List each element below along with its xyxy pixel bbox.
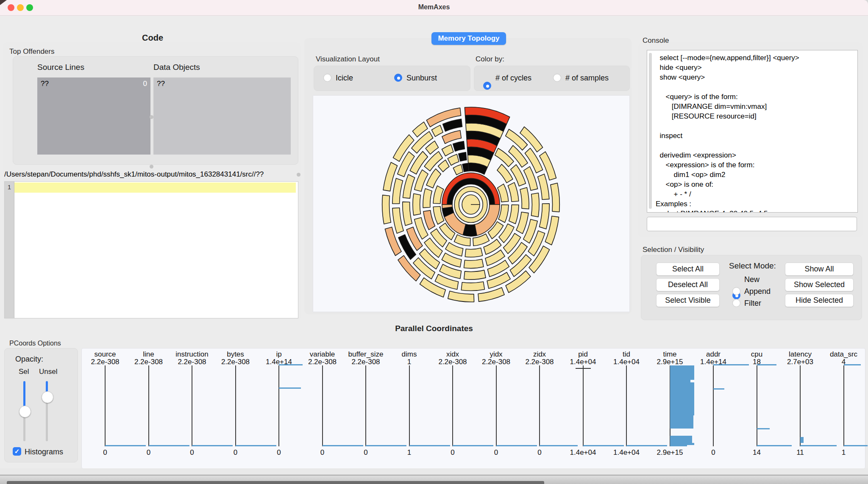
splitter-handle[interactable] [150, 165, 153, 169]
axis-line[interactable] [496, 365, 497, 446]
sunburst-segment[interactable] [459, 152, 467, 161]
code-editor[interactable]: 1 [4, 181, 298, 318]
sunburst-segment[interactable] [423, 188, 432, 207]
sunburst-segment[interactable] [382, 195, 391, 224]
axis-line[interactable] [322, 365, 323, 446]
unsel-slider-handle[interactable] [42, 391, 53, 403]
histograms-label[interactable]: Histograms [25, 448, 63, 456]
mode-append-radio[interactable] [732, 287, 740, 295]
mode-new-label[interactable]: New [744, 275, 760, 284]
console-scrollbar[interactable] [649, 53, 652, 209]
parallel-coordinates-title: Parallel Coordinates [0, 324, 868, 333]
editor-gutter [5, 182, 14, 318]
data-objects-list[interactable]: ?? [153, 77, 291, 155]
sunburst-segment[interactable] [520, 188, 529, 209]
source-lines-list[interactable]: ?? 0 [37, 77, 150, 155]
sunburst-chart[interactable] [313, 96, 629, 312]
sunburst-segment[interactable] [498, 205, 509, 223]
list-item[interactable]: ?? [153, 77, 291, 90]
splitter-handle[interactable] [150, 115, 153, 119]
cycles-radio-label[interactable]: # of cycles [495, 74, 531, 83]
highlighted-line[interactable] [14, 183, 296, 193]
select-visible-button[interactable]: Select Visible [656, 294, 720, 307]
sunburst-segment[interactable] [465, 248, 482, 257]
icicle-radio[interactable] [323, 74, 331, 82]
histograms-checkbox[interactable]: ✓ [13, 447, 21, 456]
sunburst-segment[interactable] [453, 141, 465, 151]
sunburst-segment[interactable] [464, 270, 486, 279]
sunburst-segment[interactable] [461, 282, 484, 290]
axis-line[interactable] [583, 365, 584, 446]
cycles-radio[interactable] [483, 82, 491, 90]
mode-filter-label[interactable]: Filter [744, 299, 761, 308]
sunburst-segment[interactable] [403, 174, 415, 198]
memory-topology-tab[interactable]: Memory Topology [431, 32, 506, 45]
sunburst-segment[interactable] [431, 125, 443, 137]
sunburst-segment[interactable] [463, 224, 477, 236]
axis-line[interactable] [626, 365, 627, 446]
axis-line[interactable] [148, 365, 149, 446]
axis-line[interactable] [800, 365, 801, 446]
sunburst-segment[interactable] [442, 144, 453, 156]
sunburst-segment[interactable] [506, 271, 531, 293]
sunburst-segment[interactable] [508, 183, 518, 202]
samples-radio[interactable] [553, 74, 561, 82]
sunburst-segment[interactable] [448, 154, 459, 165]
show-all-button[interactable]: Show All [785, 263, 854, 276]
sunburst-segment[interactable] [423, 210, 435, 230]
axis-line[interactable] [409, 365, 410, 446]
icicle-radio-label[interactable]: Icicle [336, 74, 353, 83]
sunburst-segment[interactable] [443, 119, 462, 131]
list-item[interactable]: ?? 0 [37, 77, 150, 90]
source-line-name: ?? [41, 80, 49, 88]
axis-line[interactable] [105, 365, 106, 446]
sunburst-segment[interactable] [413, 194, 421, 215]
sunburst-segment[interactable] [509, 205, 519, 224]
sunburst-segment[interactable] [462, 163, 469, 171]
hide-selected-button[interactable]: Hide Selected [785, 294, 854, 307]
samples-radio-label[interactable]: # of samples [565, 74, 609, 83]
console-output[interactable]: select [--mode={new,append,filter}] <que… [647, 50, 858, 213]
select-all-button[interactable]: Select All [656, 263, 720, 276]
sunburst-segment[interactable] [448, 291, 474, 302]
sunburst-segment[interactable] [403, 202, 412, 226]
axis-line[interactable] [235, 365, 236, 446]
histogram-bar [800, 437, 804, 443]
axis-line[interactable] [757, 365, 757, 446]
axis-line[interactable] [278, 365, 279, 446]
axis-line[interactable] [713, 365, 714, 446]
sunburst-segment[interactable] [540, 204, 550, 229]
sunburst-segment[interactable] [538, 174, 549, 199]
sunburst-radio[interactable] [394, 74, 402, 82]
sunburst-canvas[interactable] [313, 95, 630, 312]
sunburst-segment[interactable] [497, 164, 513, 183]
sunburst-segment[interactable] [392, 178, 403, 204]
axis-line[interactable] [452, 365, 453, 446]
splitter-handle[interactable] [297, 173, 300, 177]
sunburst-radio-label[interactable]: Sunburst [406, 74, 437, 83]
histogram-bar [236, 445, 276, 446]
sunburst-segment[interactable] [392, 208, 403, 233]
deselect-all-button[interactable]: Deselect All [656, 278, 720, 291]
sunburst-segment[interactable] [551, 183, 559, 212]
mode-append-label[interactable]: Append [744, 287, 771, 296]
parallel-coordinates-plot[interactable]: source2.2e-3080line2.2e-3080instruction2… [81, 348, 865, 469]
axis-line[interactable] [192, 365, 192, 446]
axis-line[interactable] [843, 365, 844, 446]
sunburst-segment[interactable] [426, 169, 441, 188]
sunburst-segment[interactable] [453, 165, 463, 175]
sunburst-segment[interactable] [438, 160, 449, 172]
sunburst-segment[interactable] [426, 141, 438, 154]
sunburst-segment[interactable] [464, 259, 484, 268]
top-offenders-label: Top Offenders [9, 47, 54, 56]
axis-line[interactable] [539, 365, 540, 446]
title-bar[interactable]: MemAxes [0, 0, 868, 16]
selection-tick[interactable] [576, 368, 591, 369]
sunburst-segment[interactable] [531, 193, 539, 217]
sunburst-segment[interactable] [442, 130, 462, 144]
console-input[interactable] [647, 217, 857, 231]
show-selected-button[interactable]: Show Selected [785, 278, 854, 291]
sel-slider-handle[interactable] [19, 406, 31, 418]
axis-line[interactable] [365, 365, 366, 446]
mode-filter-radio[interactable] [732, 299, 740, 307]
